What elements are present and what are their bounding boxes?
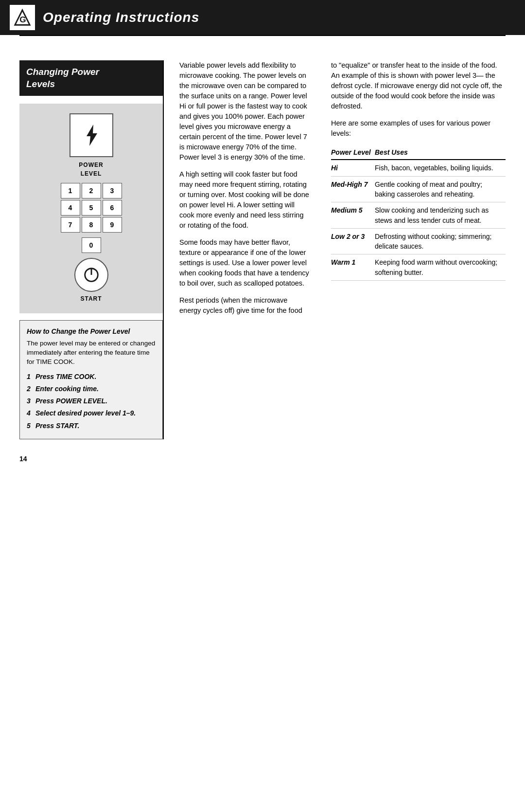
- col-header-level: Power Level: [331, 145, 375, 160]
- logo-icon: G: [13, 8, 32, 27]
- header: G Operating Instructions: [0, 0, 525, 35]
- how-to-steps: 1 Press TIME COOK. 2 Enter cooking time.…: [27, 372, 156, 431]
- start-button-icon: [74, 258, 108, 292]
- step-4: 4 Select desired power level 1–9.: [27, 408, 156, 418]
- how-to-box: How to Change the Power Level The power …: [19, 320, 163, 439]
- svg-text:G: G: [19, 15, 26, 24]
- step-3: 3 Press POWER LEVEL.: [27, 396, 156, 406]
- table-row: Low 2 or 3Defrosting without cooking; si…: [331, 228, 506, 254]
- power-level-label: POWERLEVEL: [79, 161, 103, 178]
- power-level-name: Warm 1: [331, 254, 375, 281]
- body-para-5: to "equalize" or transfer heat to the in…: [331, 60, 506, 111]
- body-para-4: Rest periods (when the microwave energy …: [179, 295, 310, 316]
- table-row: Warm 1Keeping food warm without overcook…: [331, 254, 506, 281]
- how-to-title: How to Change the Power Level: [27, 326, 156, 336]
- power-level-name: Low 2 or 3: [331, 228, 375, 254]
- power-level-uses: Gentle cooking of meat and poultry; baki…: [375, 176, 506, 202]
- body-para-3: Some foods may have better flavor, textu…: [179, 237, 310, 289]
- key-8: 8: [82, 217, 101, 233]
- key-9: 9: [103, 217, 122, 233]
- power-level-name: Hi: [331, 160, 375, 176]
- key-7: 7: [61, 217, 80, 233]
- power-level-uses: Fish, bacon, vegetables, boiling liquids…: [375, 160, 506, 176]
- keypad-illustration: POWERLEVEL 1 2 3 4 5 6 7 8 9 0: [19, 104, 163, 313]
- power-level-name: Medium 5: [331, 202, 375, 229]
- key-6: 6: [103, 200, 122, 216]
- power-level-uses: Slow cooking and tenderizing such as ste…: [375, 202, 506, 229]
- table-body: HiFish, bacon, vegetables, boiling liqui…: [331, 160, 506, 280]
- section-heading: Changing Power Levels: [19, 60, 163, 96]
- key-3: 3: [103, 183, 122, 198]
- body-para-1: Variable power levels add flexibility to…: [179, 60, 310, 162]
- left-column: Changing Power Levels POWERLEVEL 1 2 3 4: [19, 60, 163, 439]
- page-number: 14: [19, 454, 506, 464]
- key-0: 0: [82, 237, 101, 253]
- main-content: Changing Power Levels POWERLEVEL 1 2 3 4: [0, 36, 525, 483]
- step-1: 1 Press TIME COOK.: [27, 372, 156, 381]
- brand-logo: G: [10, 5, 35, 30]
- table-column: to "equalize" or transfer heat to the in…: [319, 60, 506, 439]
- key-1: 1: [61, 183, 80, 198]
- right-content: Variable power levels add flexibility to…: [164, 60, 506, 439]
- table-header-row: Power Level Best Uses: [331, 145, 506, 160]
- middle-column: Variable power levels add flexibility to…: [164, 60, 319, 439]
- col-header-uses: Best Uses: [375, 145, 506, 160]
- step-2: 2 Enter cooking time.: [27, 384, 156, 394]
- content-area: Changing Power Levels POWERLEVEL 1 2 3 4: [19, 60, 506, 439]
- power-level-uses: Keeping food warm without overcooking; s…: [375, 254, 506, 281]
- power-icon: [82, 266, 101, 284]
- table-row: HiFish, bacon, vegetables, boiling liqui…: [331, 160, 506, 176]
- step-5: 5 Press START.: [27, 421, 156, 431]
- power-level-uses: Defrosting without cooking; simmering; d…: [375, 228, 506, 254]
- key-5: 5: [82, 200, 101, 216]
- body-para-6: Here are some examples of uses for vario…: [331, 118, 506, 139]
- numpad: 1 2 3 4 5 6 7 8 9: [61, 183, 122, 233]
- power-level-name: Med-High 7: [331, 176, 375, 202]
- key-2: 2: [82, 183, 101, 198]
- lightning-icon: [79, 123, 104, 148]
- how-to-intro: The power level may be entered or change…: [27, 339, 156, 367]
- body-para-2: A high setting will cook faster but food…: [179, 169, 310, 231]
- power-levels-table: Power Level Best Uses HiFish, bacon, veg…: [331, 145, 506, 281]
- page-title: Operating Instructions: [43, 8, 199, 28]
- key-4: 4: [61, 200, 80, 216]
- start-label: START: [80, 295, 102, 303]
- table-row: Medium 5Slow cooking and tenderizing suc…: [331, 202, 506, 229]
- table-row: Med-High 7Gentle cooking of meat and pou…: [331, 176, 506, 202]
- power-level-button: [70, 113, 113, 157]
